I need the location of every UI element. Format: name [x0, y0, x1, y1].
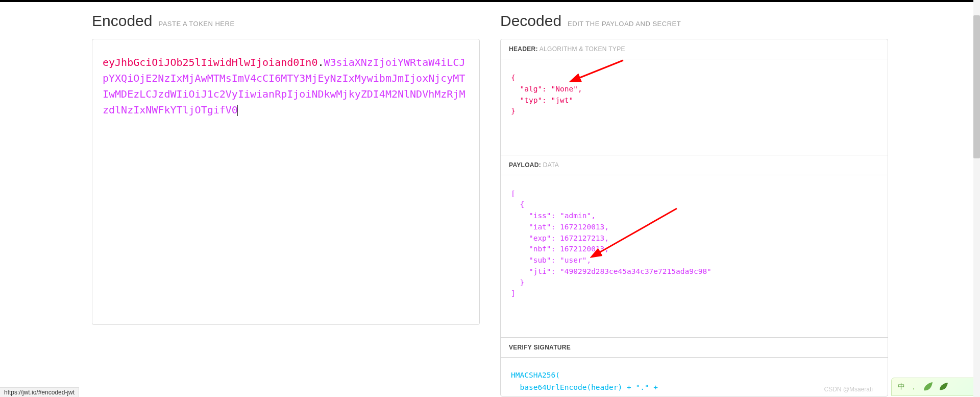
text-cursor — [237, 105, 238, 116]
header-section-bar: HEADER: ALGORITHM & TOKEN TYPE — [501, 39, 888, 59]
encoded-subtitle: PASTE A TOKEN HERE — [158, 20, 234, 28]
ime-char: 中 — [898, 382, 905, 391]
header-sublabel: ALGORITHM & TOKEN TYPE — [540, 45, 625, 53]
leaf-icon — [939, 382, 949, 392]
payload-code-area[interactable]: [ { "iss": "admin", "iat": 1672120013, "… — [501, 175, 888, 337]
watermark-text: CSDN @Msaerati — [824, 386, 873, 393]
main-container: Encoded PASTE A TOKEN HERE eyJhbGciOiJOb… — [0, 2, 980, 396]
payload-section-bar: PAYLOAD: DATA — [501, 155, 888, 175]
encoded-title: Encoded — [92, 12, 152, 30]
payload-label: PAYLOAD: — [509, 161, 541, 169]
signature-line1: HMACSHA256( — [511, 371, 560, 379]
payload-section: PAYLOAD: DATA [ { "iss": "admin", "iat":… — [501, 155, 888, 337]
jwt-dot: . — [317, 56, 324, 68]
header-json: { "alg": "None", "typ": "jwt" } — [511, 74, 582, 115]
ime-badge[interactable]: 中 ， — [891, 378, 978, 396]
svg-line-0 — [577, 60, 623, 79]
encoded-header: Encoded PASTE A TOKEN HERE — [92, 12, 480, 30]
browser-status-url: https://jwt.io/#encoded-jwt — [0, 387, 79, 396]
decoded-subtitle: EDIT THE PAYLOAD AND SECRET — [568, 20, 681, 28]
header-label: HEADER: — [509, 45, 538, 53]
scrollbar-thumb[interactable] — [973, 15, 980, 158]
encoded-token-input[interactable]: eyJhbGciOiJOb25lIiwidHlwIjoiand0In0.W3si… — [92, 39, 480, 325]
header-code-area[interactable]: { "alg": "None", "typ": "jwt" } — [501, 59, 888, 155]
payload-json: [ { "iss": "admin", "iat": 1672120013, "… — [511, 190, 712, 298]
leaf-icon — [922, 381, 934, 392]
annotation-arrow-icon — [567, 56, 628, 87]
header-section: HEADER: ALGORITHM & TOKEN TYPE { "alg": … — [501, 39, 888, 155]
decoded-box: HEADER: ALGORITHM & TOKEN TYPE { "alg": … — [500, 39, 888, 396]
ime-comma: ， — [910, 382, 917, 391]
svg-line-1 — [598, 208, 677, 253]
scrollbar[interactable] — [973, 0, 980, 396]
decoded-column: Decoded EDIT THE PAYLOAD AND SECRET HEAD… — [500, 12, 888, 396]
signature-label: VERIFY SIGNATURE — [509, 344, 571, 351]
jwt-header-part: eyJhbGciOiJOb25lIiwidHlwIjoiand0In0 — [103, 56, 317, 68]
encoded-column: Encoded PASTE A TOKEN HERE eyJhbGciOiJOb… — [92, 12, 480, 396]
signature-line2: base64UrlEncode(header) + "." + — [511, 383, 658, 391]
signature-section-bar: VERIFY SIGNATURE — [501, 338, 888, 358]
payload-sublabel: DATA — [543, 161, 559, 169]
decoded-header: Decoded EDIT THE PAYLOAD AND SECRET — [500, 12, 888, 30]
decoded-title: Decoded — [500, 12, 561, 30]
